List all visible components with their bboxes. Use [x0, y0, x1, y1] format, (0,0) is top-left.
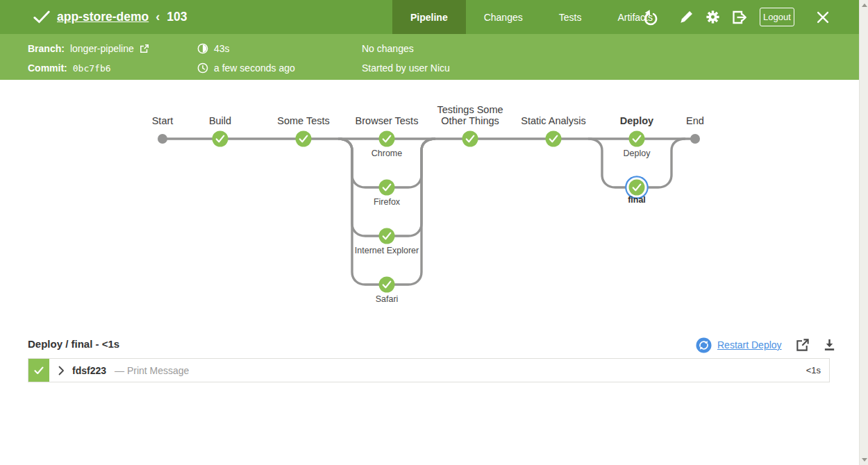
- commit-label: Commit:: [28, 62, 67, 74]
- header-actions: Logout: [642, 0, 831, 34]
- changes-summary: No changes: [362, 43, 414, 54]
- run-separator: ‹: [156, 10, 160, 24]
- tab-changes[interactable]: Changes: [466, 0, 541, 34]
- open-external-icon[interactable]: [795, 338, 810, 353]
- node-end: [690, 134, 700, 144]
- branch-label-internet-explorer[interactable]: Internet Explorer: [355, 246, 419, 255]
- settings-gear-icon[interactable]: [704, 9, 721, 26]
- pipeline-name-link[interactable]: app-store-demo: [57, 10, 149, 24]
- run-info-bar: Branch: longer-pipeline Commit: 0bc7fb6 …: [0, 34, 859, 80]
- scrollbar-up-arrow[interactable]: [862, 3, 867, 7]
- stage-label-deploy[interactable]: Deploy: [620, 115, 653, 126]
- branch-firefox-path: [338, 139, 435, 187]
- branch-label-final[interactable]: final: [628, 195, 646, 205]
- branch-label-safari[interactable]: Safari: [376, 294, 399, 304]
- top-header-bar: app-store-demo ‹ 103 Pipeline Changes Te…: [0, 0, 859, 34]
- node-some-tests[interactable]: [296, 131, 312, 147]
- branch-label-chrome[interactable]: Chrome: [372, 149, 402, 158]
- scrollbar-down-arrow[interactable]: [862, 458, 867, 462]
- run-number: 103: [167, 10, 187, 24]
- edit-pencil-icon[interactable]: [678, 9, 694, 26]
- run-header: app-store-demo ‹ 103: [33, 0, 187, 34]
- branch-final-path: [588, 139, 685, 187]
- branch-label-deploy[interactable]: Deploy: [624, 149, 651, 158]
- branch-value[interactable]: longer-pipeline: [70, 43, 134, 54]
- header-tabs: Pipeline Changes Tests Artifacts: [392, 0, 671, 34]
- step-duration: <1s: [806, 365, 821, 375]
- stage-label-testings[interactable]: Testings Some Other Things: [425, 104, 515, 126]
- restart-deploy-icon[interactable]: [696, 337, 712, 353]
- stage-label-end: End: [686, 115, 704, 126]
- stage-label-browser-tests[interactable]: Browser Tests: [356, 115, 419, 126]
- external-link-icon[interactable]: [140, 44, 149, 53]
- step-description: — Print Message: [115, 365, 189, 376]
- logout-button[interactable]: Logout: [760, 8, 794, 26]
- commit-value: 0bc7fb6: [73, 63, 111, 74]
- node-firefox[interactable]: [379, 180, 395, 196]
- run-duration: 43s: [214, 43, 230, 54]
- step-id: fdsf223: [72, 365, 106, 376]
- run-status-check-icon: [33, 9, 50, 26]
- branch-label: Branch:: [28, 43, 65, 54]
- tab-pipeline[interactable]: Pipeline: [392, 0, 466, 34]
- node-build[interactable]: [212, 131, 228, 147]
- branch-label-firefox[interactable]: Firefox: [374, 197, 400, 207]
- rerun-icon[interactable]: [642, 9, 659, 26]
- branch-safari-path: [338, 139, 435, 285]
- started-by: Started by user Nicu: [362, 62, 450, 74]
- vertical-scrollbar[interactable]: [859, 0, 868, 465]
- node-testings-some-other-things[interactable]: [462, 131, 478, 147]
- detail-actions: Restart Deploy: [696, 336, 836, 354]
- selected-stage-title: Deploy / final - <1s: [28, 338, 119, 350]
- restart-deploy-link[interactable]: Restart Deploy: [717, 339, 782, 350]
- node-static-analysis[interactable]: [546, 131, 562, 147]
- chevron-right-icon[interactable]: [58, 366, 65, 375]
- node-deploy[interactable]: [629, 131, 645, 147]
- stage-label-build[interactable]: Build: [209, 115, 231, 126]
- node-safari[interactable]: [379, 277, 395, 293]
- step-status-success: [28, 359, 49, 382]
- node-internet-explorer[interactable]: [379, 228, 395, 244]
- exit-logout-icon[interactable]: [731, 9, 748, 26]
- stage-label-start: Start: [152, 115, 174, 126]
- download-log-icon[interactable]: [823, 338, 836, 352]
- duration-icon: [197, 43, 208, 54]
- step-row[interactable]: fdsf223 — Print Message <1s: [28, 358, 830, 382]
- stage-label-some-tests[interactable]: Some Tests: [277, 115, 330, 126]
- clock-icon: [197, 62, 208, 74]
- close-icon[interactable]: [815, 9, 831, 26]
- node-chrome[interactable]: [379, 131, 395, 147]
- node-final[interactable]: [629, 180, 645, 196]
- stage-label-static-analysis[interactable]: Static Analysis: [521, 115, 586, 126]
- run-time-ago: a few seconds ago: [214, 62, 295, 74]
- tab-tests[interactable]: Tests: [541, 0, 600, 34]
- node-start: [158, 134, 167, 144]
